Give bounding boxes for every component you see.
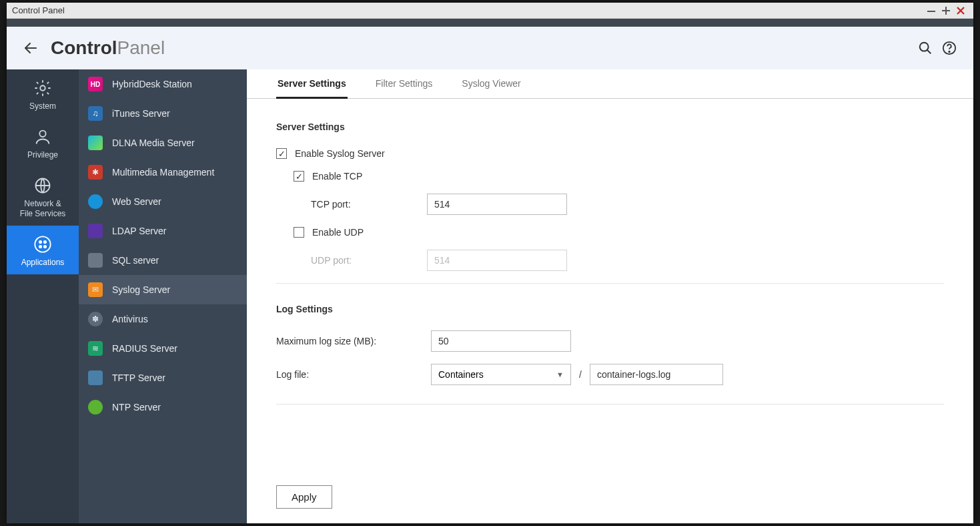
udp-port-row: UDP port: [311, 250, 944, 271]
sidebar-item-syslog[interactable]: ✉Syslog Server [79, 275, 247, 304]
sidebar-item-privilege[interactable]: Privilege [7, 118, 79, 167]
search-icon [918, 41, 933, 55]
sidebar-item-sql[interactable]: SQL server [79, 246, 247, 275]
sidebar-item-ntp[interactable]: NTP Server [79, 392, 247, 422]
svg-point-17 [44, 246, 46, 248]
udp-port-input [427, 250, 567, 271]
max-log-size-row: Maximum log size (MB): [276, 330, 944, 352]
page-title: ControlPanel [51, 37, 165, 59]
enable-tcp-label: Enable TCP [312, 171, 362, 182]
udp-port-label: UDP port: [311, 255, 427, 266]
minimize-button[interactable] [924, 4, 939, 17]
sidebar-item-antivirus[interactable]: ✽Antivirus [79, 304, 247, 334]
titlebar: Control Panel [7, 3, 973, 19]
svg-point-10 [40, 85, 45, 90]
svg-point-6 [920, 43, 929, 51]
hybriddesk-icon: HD [88, 77, 103, 91]
path-separator: / [579, 369, 582, 380]
sidebar-item-radius[interactable]: ≋RADIUS Server [79, 334, 247, 363]
enable-udp-row: Enable UDP [294, 227, 944, 238]
sidebar-secondary: HDHybridDesk Station ♫iTunes Server DLNA… [79, 69, 247, 523]
log-file-folder-value: Containers [438, 369, 484, 380]
enable-syslog-checkbox[interactable] [276, 148, 287, 159]
enable-udp-checkbox[interactable] [294, 227, 304, 238]
tab-filter-settings[interactable]: Filter Settings [374, 78, 434, 99]
tab-syslog-viewer[interactable]: Syslog Viewer [460, 78, 522, 99]
svg-point-9 [949, 51, 949, 52]
enable-tcp-checkbox[interactable] [294, 171, 304, 182]
max-log-size-label: Maximum log size (MB): [276, 336, 423, 346]
dlna-icon [88, 136, 103, 150]
radius-icon: ≋ [88, 341, 103, 356]
sidebar-item-webserver[interactable]: Web Server [79, 187, 247, 216]
svg-point-14 [39, 241, 41, 243]
back-button[interactable] [19, 36, 43, 60]
header: ControlPanel [7, 27, 973, 69]
log-file-label: Log file: [276, 369, 423, 380]
window-title: Control Panel [12, 5, 65, 15]
back-arrow-icon [23, 40, 39, 56]
tcp-port-row: TCP port: [311, 194, 944, 215]
sidebar-item-multimedia[interactable]: ✱Multimedia Management [79, 158, 247, 187]
tcp-port-input[interactable] [427, 194, 567, 215]
chevron-down-icon: ▼ [556, 370, 564, 378]
sidebar-item-system[interactable]: System [7, 69, 79, 118]
maximize-button[interactable] [939, 4, 953, 17]
log-settings-heading: Log Settings [276, 304, 944, 314]
tcp-port-label: TCP port: [311, 199, 427, 210]
control-panel-window: Control Panel ControlPanel [7, 3, 973, 523]
sidebar-item-dlna[interactable]: DLNA Media Server [79, 128, 247, 158]
footer: Apply [247, 475, 973, 523]
toolbar-strip [7, 19, 973, 27]
svg-point-11 [39, 131, 45, 137]
syslog-icon: ✉ [88, 282, 103, 297]
log-file-row: Log file: Containers ▼ / [276, 364, 944, 385]
help-button[interactable] [937, 36, 961, 60]
close-button[interactable] [953, 4, 968, 17]
sidebar-item-hybriddesk[interactable]: HDHybridDesk Station [79, 69, 247, 99]
svg-point-15 [44, 241, 46, 243]
enable-tcp-row: Enable TCP [294, 171, 944, 182]
apply-button[interactable]: Apply [276, 485, 332, 509]
sidebar-item-applications[interactable]: Applications [7, 226, 79, 274]
plus-icon [941, 6, 951, 15]
antivirus-icon: ✽ [88, 312, 103, 326]
close-icon [956, 6, 965, 15]
sidebar-item-itunes[interactable]: ♫iTunes Server [79, 99, 247, 128]
svg-rect-2 [942, 10, 950, 11]
sidebar-item-ldap[interactable]: LDAP Server [79, 216, 247, 246]
tftp-icon [88, 370, 103, 385]
enable-syslog-row: Enable Syslog Server [276, 148, 944, 159]
tabs: Server Settings Filter Settings Syslog V… [247, 69, 973, 99]
server-settings-heading: Server Settings [276, 121, 944, 132]
svg-point-16 [39, 246, 41, 248]
multimedia-icon: ✱ [88, 165, 103, 180]
tab-server-settings[interactable]: Server Settings [276, 78, 348, 99]
help-icon [942, 41, 957, 55]
apps-icon [33, 235, 52, 254]
ldap-icon [88, 224, 103, 238]
globe-icon [33, 176, 52, 195]
divider [276, 283, 944, 284]
itunes-icon: ♫ [88, 106, 103, 121]
svg-rect-0 [927, 11, 935, 12]
search-button[interactable] [913, 36, 937, 60]
svg-line-7 [927, 50, 931, 54]
user-icon [33, 127, 52, 146]
content-pane: Server Settings Filter Settings Syslog V… [247, 69, 973, 523]
content-scroll[interactable]: Server Settings Enable Syslog Server Ena… [247, 99, 973, 475]
divider-2 [276, 404, 944, 405]
enable-syslog-label: Enable Syslog Server [295, 148, 385, 159]
svg-point-13 [35, 236, 50, 252]
ntp-icon [88, 400, 103, 415]
max-log-size-input[interactable] [431, 330, 571, 352]
sidebar-item-network[interactable]: Network & File Services [7, 167, 79, 226]
sidebar-primary: System Privilege Network & File Services… [7, 69, 79, 523]
enable-udp-label: Enable UDP [312, 227, 364, 238]
sql-icon [88, 253, 103, 268]
log-file-name-input[interactable] [590, 364, 723, 385]
log-file-folder-select[interactable]: Containers ▼ [431, 364, 571, 385]
sidebar-item-tftp[interactable]: TFTP Server [79, 363, 247, 392]
web-icon [88, 194, 103, 209]
gear-icon [33, 79, 52, 97]
